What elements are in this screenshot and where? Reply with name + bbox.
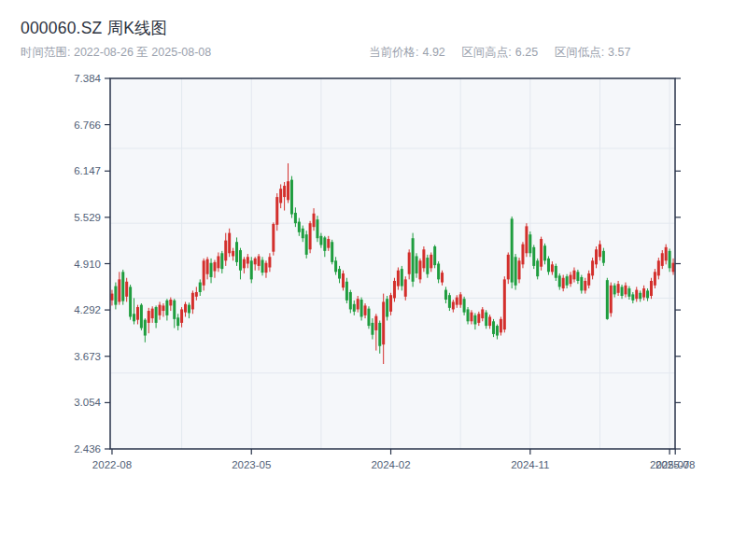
- candle-body: [521, 245, 524, 265]
- candle-body: [470, 313, 472, 322]
- candle-body: [416, 256, 418, 273]
- candle-body: [302, 229, 304, 238]
- candle-body: [500, 319, 502, 332]
- candle-body: [587, 273, 590, 286]
- candle-body: [566, 276, 569, 286]
- candle-body: [327, 239, 330, 248]
- candle-body: [264, 263, 267, 273]
- y-tick-label: 2.436: [74, 443, 101, 455]
- candle-body: [338, 269, 341, 278]
- candle-body: [532, 247, 535, 266]
- candle-body: [422, 249, 425, 268]
- candle-body: [287, 181, 289, 200]
- candle-body: [268, 257, 271, 267]
- candle-body: [239, 250, 242, 271]
- candle-body: [159, 305, 162, 315]
- candle-body: [232, 251, 234, 257]
- candle-body: [408, 252, 411, 273]
- candle-body: [228, 233, 231, 254]
- candle-body: [547, 259, 550, 272]
- candle-body: [650, 281, 653, 296]
- candle-body: [378, 323, 381, 346]
- candle-body: [401, 269, 403, 286]
- candle-body: [125, 282, 128, 297]
- candle-body: [195, 292, 198, 297]
- candle-body: [258, 256, 261, 265]
- y-tick-label: 7.384: [74, 73, 101, 84]
- y-tick-label: 3.673: [74, 351, 101, 362]
- x-tick-label: 2024-11: [511, 459, 549, 470]
- candle-body: [206, 259, 209, 274]
- candle-body: [349, 292, 352, 309]
- candle-body: [543, 245, 546, 260]
- candle-body: [635, 290, 638, 300]
- candle-body: [210, 263, 213, 277]
- candle-body: [199, 283, 202, 292]
- candle-body: [353, 304, 356, 312]
- candle-body: [631, 294, 634, 300]
- candle-body: [627, 288, 630, 297]
- candle-body: [430, 255, 432, 268]
- candle-body: [110, 294, 113, 301]
- candle-body: [374, 316, 377, 330]
- y-tick-label: 6.147: [74, 165, 101, 176]
- candle-body: [610, 286, 613, 314]
- y-tick-label: 4.292: [74, 304, 101, 315]
- candle-body: [176, 317, 179, 326]
- candle-body: [555, 266, 557, 278]
- candle-body: [334, 260, 337, 272]
- candle-body: [551, 264, 554, 272]
- candle-body: [613, 286, 616, 295]
- candle-body: [217, 256, 219, 268]
- candle-body: [188, 305, 190, 314]
- kline-page: 000060.SZ 周K线图 时间范围: 2022-08-26 至 2025-0…: [0, 0, 747, 560]
- candle-body: [514, 257, 517, 285]
- candle-body: [220, 253, 223, 269]
- candle-body: [389, 295, 392, 312]
- candle-body: [639, 293, 641, 299]
- candle-body: [540, 239, 543, 267]
- x-tick-label: 2022-08: [92, 459, 132, 470]
- candle-body: [140, 305, 143, 329]
- candle-body: [250, 260, 253, 279]
- candle-body: [654, 272, 656, 285]
- candle-body: [657, 260, 660, 275]
- candle-body: [272, 224, 275, 252]
- candle-body: [133, 314, 135, 321]
- candle-body: [155, 307, 158, 323]
- candle-body: [323, 237, 326, 250]
- candle-body: [298, 222, 301, 232]
- candle-body: [331, 242, 333, 262]
- candle-body: [357, 299, 359, 309]
- candle-body: [473, 315, 476, 325]
- candle-body: [254, 259, 257, 264]
- x-tick-label: 2025-08: [655, 459, 695, 470]
- candle-body: [316, 219, 318, 238]
- candle-body: [279, 189, 282, 203]
- candle-body: [313, 214, 316, 227]
- candle-body: [305, 234, 308, 255]
- candle-body: [386, 299, 388, 316]
- candle-body: [213, 262, 216, 272]
- y-tick-label: 4.910: [74, 259, 101, 270]
- candle-body: [602, 251, 605, 263]
- candle-body: [283, 186, 286, 197]
- candle-body: [412, 238, 415, 282]
- candle-body: [294, 213, 297, 223]
- y-tick-label: 3.054: [74, 397, 101, 408]
- candle-body: [584, 281, 586, 290]
- candle-body: [118, 279, 120, 301]
- candle-body: [180, 309, 183, 322]
- candle-body: [367, 309, 370, 326]
- candle-body: [456, 298, 458, 305]
- candle-body: [224, 241, 227, 261]
- x-tick-label: 2024-02: [371, 459, 410, 470]
- kline-chart: 7.3846.7666.1475.5294.9104.2923.6733.054…: [0, 0, 747, 560]
- candle-body: [397, 271, 400, 287]
- candle-body: [371, 323, 374, 335]
- candle-body: [642, 288, 645, 298]
- x-tick-label: 2023-05: [232, 459, 271, 470]
- candle-body: [591, 260, 594, 275]
- candle-body: [595, 249, 598, 264]
- candle-body: [448, 295, 451, 308]
